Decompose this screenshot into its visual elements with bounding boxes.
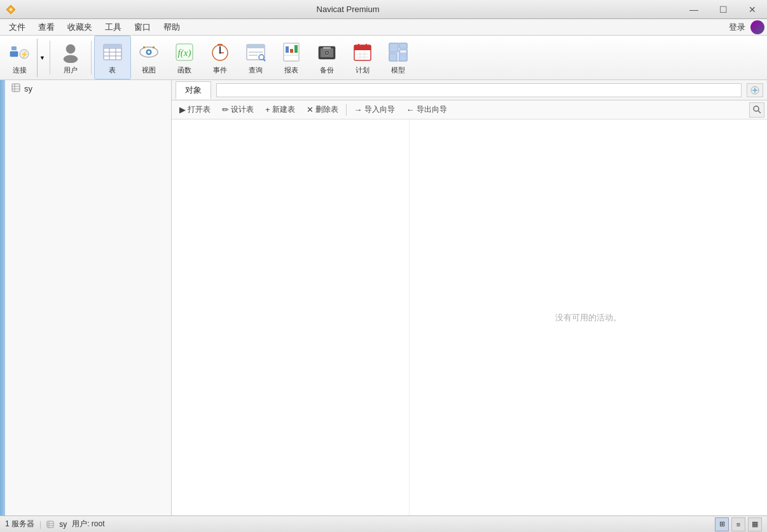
sep-2 <box>91 41 92 74</box>
delete-table-btn[interactable]: ✕ 删除表 <box>301 102 343 117</box>
view-detail-btn[interactable]: ▦ <box>748 517 762 531</box>
status-user: 用户: root <box>72 519 104 529</box>
svg-line-32 <box>263 59 265 61</box>
model-button[interactable]: 模型 <box>380 36 416 79</box>
sidebar-item-sy[interactable]: sy <box>5 80 171 97</box>
export-icon: ← <box>406 105 415 114</box>
svg-rect-36 <box>294 45 298 53</box>
minimize-button[interactable]: — <box>679 0 708 19</box>
backup-label: 备份 <box>320 65 334 75</box>
action-bar: ▶ 打开表 ✏ 设计表 + 新建表 ✕ 删除表 → 导入向导 ← 导出 <box>172 100 767 119</box>
svg-point-67 <box>754 106 759 111</box>
object-tab[interactable]: 对象 <box>176 81 211 99</box>
user-icon <box>59 41 82 64</box>
sep-1 <box>50 41 50 74</box>
svg-rect-34 <box>286 46 289 53</box>
import-icon: → <box>354 105 363 114</box>
query-button[interactable]: 查询 <box>238 36 273 79</box>
status-db-name: sy <box>59 520 67 529</box>
menu-file[interactable]: 文件 <box>3 20 32 35</box>
svg-rect-53 <box>389 43 398 52</box>
svg-rect-28 <box>247 44 265 48</box>
func-label: 函数 <box>177 65 191 75</box>
export-wizard-btn[interactable]: ← 导出向导 <box>401 102 452 117</box>
design-table-btn[interactable]: ✏ 设计表 <box>217 102 259 117</box>
user-button[interactable]: 用户 <box>53 36 88 79</box>
svg-rect-25 <box>218 44 223 46</box>
new-label: 新建表 <box>272 104 295 115</box>
svg-point-26 <box>219 51 221 53</box>
app-title: Navicat Premium <box>17 4 679 14</box>
svg-point-41 <box>326 51 328 54</box>
restore-button[interactable]: ☐ <box>708 0 738 19</box>
sidebar-item-label: sy <box>24 84 32 93</box>
view-list-btn[interactable]: ≡ <box>731 517 745 531</box>
menu-view[interactable]: 查看 <box>32 20 61 35</box>
open-table-icon: ▶ <box>179 105 186 114</box>
object-add-button[interactable] <box>747 83 763 97</box>
menu-tools[interactable]: 工具 <box>99 20 128 35</box>
menu-favorites[interactable]: 收藏夹 <box>61 20 99 35</box>
event-button[interactable]: 事件 <box>202 36 238 79</box>
svg-rect-69 <box>47 521 53 528</box>
content-body: 没有可用的活动。 <box>172 119 767 515</box>
content-panel: 对象 ▶ 打开表 ✏ 设计表 + 新建表 <box>172 80 767 515</box>
menu-help[interactable]: 帮助 <box>157 20 186 35</box>
backup-button[interactable]: 备份 <box>309 36 345 79</box>
model-label: 模型 <box>391 65 405 75</box>
status-right: ⊞ ≡ ▦ <box>715 517 762 531</box>
view-icon <box>137 41 160 64</box>
report-button[interactable]: 报表 <box>273 36 309 79</box>
model-icon <box>387 41 410 64</box>
open-table-btn[interactable]: ▶ 打开表 <box>174 102 216 117</box>
plan-label: 计划 <box>356 65 370 75</box>
table-button[interactable]: 表 <box>94 36 131 79</box>
menubar: 文件 查看 收藏夹 工具 窗口 帮助 登录 <box>0 19 767 36</box>
svg-rect-14 <box>104 44 121 48</box>
event-icon <box>209 41 231 64</box>
connect-label: 连接 <box>13 65 27 75</box>
query-label: 查询 <box>249 65 263 75</box>
svg-text:f(x): f(x) <box>178 48 191 58</box>
delete-label: 删除表 <box>315 104 338 115</box>
design-icon: ✏ <box>222 105 229 114</box>
svg-rect-45 <box>354 48 371 50</box>
new-table-btn[interactable]: + 新建表 <box>260 102 300 117</box>
menu-window[interactable]: 窗口 <box>128 20 157 35</box>
close-button[interactable]: ✕ <box>738 0 767 19</box>
plan-button[interactable]: 计划 <box>345 36 380 79</box>
connect-dropdown[interactable]: ▼ <box>37 39 47 77</box>
svg-line-68 <box>758 111 761 113</box>
toolbar: ⚡ 连接 ▼ 用户 <box>0 36 767 80</box>
object-search-input[interactable] <box>216 83 742 97</box>
export-label: 导出向导 <box>417 104 447 115</box>
connect-button[interactable]: ⚡ 连接 <box>3 38 37 78</box>
svg-rect-35 <box>290 49 293 53</box>
left-edge <box>0 80 5 515</box>
func-button[interactable]: f(x) 函数 <box>167 36 202 79</box>
view-button[interactable]: 视图 <box>131 36 167 79</box>
svg-text:⚡: ⚡ <box>20 50 29 58</box>
svg-rect-54 <box>399 43 407 48</box>
connect-icon: ⚡ <box>8 41 31 64</box>
report-icon <box>280 41 303 64</box>
design-label: 设计表 <box>231 104 254 115</box>
svg-point-31 <box>259 55 264 60</box>
import-label: 导入向导 <box>364 104 395 115</box>
svg-rect-2 <box>10 51 18 57</box>
svg-rect-60 <box>12 84 20 92</box>
login-button[interactable]: 登录 <box>729 22 745 33</box>
svg-rect-19 <box>153 46 155 48</box>
window-controls: — ☐ ✕ <box>679 0 767 19</box>
menu-right: 登录 <box>729 20 764 34</box>
svg-rect-57 <box>400 50 406 53</box>
user-label: 用户 <box>64 65 78 75</box>
status-db-icon <box>46 521 54 528</box>
status-sep-1: | <box>39 520 41 529</box>
import-wizard-btn[interactable]: → 导入向导 <box>349 102 400 117</box>
view-label: 视图 <box>142 65 156 75</box>
no-activity-label: 没有可用的活动。 <box>555 312 621 324</box>
view-grid-btn[interactable]: ⊞ <box>715 517 729 531</box>
search-action-btn[interactable] <box>749 102 764 118</box>
svg-rect-18 <box>143 46 145 48</box>
